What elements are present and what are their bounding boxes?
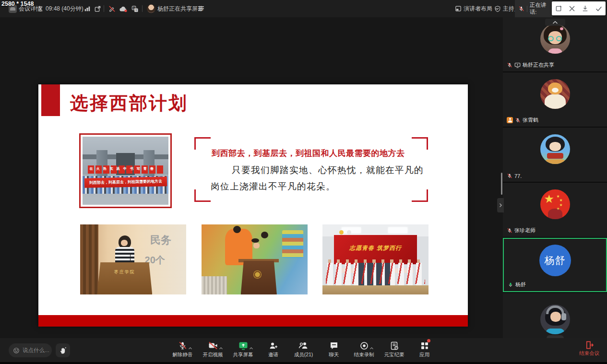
chat-button[interactable]: 聊天 (323, 340, 345, 358)
mic-muted-icon (178, 341, 187, 350)
invite-button[interactable]: 邀请 (262, 340, 285, 358)
avatar (540, 305, 570, 334)
quick-chat-input[interactable]: 说点什么... (9, 343, 52, 357)
speaker-figure (121, 240, 128, 246)
toolbar-buttons: 解除静音 开启视频 共享屏幕 邀请 (172, 340, 436, 358)
edit-capture-icon[interactable] (555, 5, 562, 12)
close-capture-icon[interactable] (569, 5, 575, 12)
sidebar-scrollbar[interactable] (501, 173, 502, 195)
participant-tile-active-speaker[interactable]: 杨舒 杨舒 (503, 238, 607, 292)
ceiling-light (388, 227, 407, 233)
quote-body-line2: 岗位上浇灌出不平凡的花朵。 (211, 180, 335, 192)
stop-recording-button[interactable]: 结束录制 (353, 340, 375, 358)
screen-share-view: 选择西部计划 在火热实践中书写青春故事 到西部去，到基层去，到祖国需要的地方去 (0, 17, 503, 338)
share-screen-button[interactable]: 共享屏幕 (232, 340, 254, 358)
sharing-indicator-icon (514, 62, 521, 68)
mic-options-chevron[interactable] (188, 343, 192, 352)
mic-muted-icon (507, 228, 512, 234)
start-video-button[interactable]: 开启视频 (202, 340, 224, 358)
screen-logo (339, 230, 344, 235)
video-options-chevron[interactable] (219, 343, 223, 352)
svg-text:A: A (133, 6, 135, 9)
quote-block: 到西部去，到基层去，到祖国和人民最需要的地方去 只要我们脚踏实地、心怀热忱，就能… (194, 137, 428, 202)
timer-text: 09:48 (40分钟) (46, 5, 83, 13)
quote-corner (194, 189, 211, 202)
group-photo: 在火热实践中书写青春故事 到西部去，到基层去，到祖国需要的地方去 (79, 133, 172, 208)
participant-name: 张珍老师 (514, 227, 536, 234)
layout-label: 演讲者布局 (464, 5, 492, 13)
list-icon (198, 6, 204, 12)
participant-tile[interactable]: 张霄鹤 (503, 72, 607, 127)
end-meeting-button[interactable]: 结束会议 (579, 341, 599, 357)
avatar: ★ ★ ★ ★ ★ (540, 189, 570, 219)
curtain (80, 224, 98, 294)
avatar (540, 79, 570, 109)
share-options-chevron[interactable] (249, 343, 253, 352)
quote-headline: 到西部去，到基层去，到祖国和人民最需要的地方去 (212, 148, 405, 159)
ai-notes-button[interactable]: 元宝纪要 (383, 340, 405, 358)
photo-speech: 民务 20个 枣庄学院 (80, 224, 186, 294)
participant-tile[interactable]: 杨舒正在共享 (503, 17, 607, 71)
avatar-initials: 杨舒 (545, 254, 566, 267)
notes-icon (390, 341, 399, 350)
translation-icon: AT (131, 5, 139, 12)
hourglass-icon (37, 6, 44, 12)
confirm-capture-icon[interactable] (595, 5, 603, 12)
resolution-overlay: 2580 * 1548 (1, 0, 34, 7)
divider (104, 5, 104, 12)
chevron-up-icon (552, 21, 558, 24)
group-photo-scene: 在火热实践中书写青春故事 到西部去，到基层去，到祖国需要的地方去 (83, 137, 168, 205)
share-list-button[interactable] (198, 0, 204, 17)
shield-check-icon (494, 5, 501, 12)
layout-icon (455, 5, 462, 12)
download-capture-icon[interactable] (582, 5, 589, 12)
annotation-disabled-button[interactable] (108, 0, 116, 17)
meeting-timer[interactable]: 09:48 (40分钟) (37, 0, 89, 17)
chat-placeholder: 说点什么... (23, 347, 49, 354)
meeting-window: 会议详情 09:48 (40分钟) AT 杨舒正在共享屏幕 (0, 0, 607, 364)
quote-corner (412, 137, 428, 150)
participant-tile[interactable]: ★ ★ ★ ★ ★ 张珍老师 (503, 183, 607, 237)
pen-disabled-icon (108, 5, 116, 12)
smiley-icon (13, 347, 20, 354)
popout-icon (94, 5, 101, 12)
photo-ceremony: 志愿青春 筑梦西行 (322, 224, 428, 294)
podium (97, 262, 152, 294)
screenshot-toolbar (552, 1, 606, 15)
quote-body-line1: 只要我们脚踏实地、心怀热忱，就能在平凡的 (232, 164, 424, 176)
mic-muted-icon (507, 62, 512, 68)
unmute-button[interactable]: 解除静音 (172, 340, 194, 358)
child-figure (251, 238, 259, 243)
participant-tile[interactable]: 77. (503, 128, 607, 182)
popout-button[interactable] (94, 0, 101, 17)
avatar: 杨舒 (539, 245, 571, 276)
caption-translate-button[interactable]: AT (131, 0, 139, 17)
network-quality-button[interactable] (84, 0, 91, 17)
sharer-status[interactable]: 杨舒正在共享屏幕 (147, 0, 203, 17)
members-button[interactable]: 成员(21) (293, 340, 315, 358)
avatar (540, 24, 570, 54)
camera-muted-icon (208, 341, 218, 350)
quote-corner (194, 137, 211, 150)
slide-footer-bar (38, 315, 468, 327)
layout-button[interactable]: 演讲者布局 (455, 0, 498, 17)
screen-logo (347, 230, 351, 235)
cloud-recording-button[interactable] (119, 0, 128, 17)
raise-hand-button[interactable] (56, 343, 70, 357)
top-bar: 会议详情 09:48 (40分钟) AT 杨舒正在共享屏幕 (0, 0, 607, 17)
share-screen-icon (238, 341, 248, 350)
record-options-chevron[interactable] (369, 343, 374, 352)
sharer-avatar (147, 4, 155, 13)
mic-active-icon (508, 282, 513, 288)
sidebar-collapse-up-button[interactable] (545, 19, 565, 26)
apps-button[interactable]: 应用 (414, 340, 436, 358)
members-icon (298, 341, 309, 350)
avatar (540, 134, 570, 164)
mic-muted-icon (507, 173, 512, 179)
divider (142, 5, 143, 12)
sidebar-collapse-handle[interactable] (497, 198, 504, 212)
stage-floor (322, 285, 428, 294)
chevron-right-icon (499, 203, 502, 208)
slide-title: 选择西部计划 (70, 91, 188, 116)
bookshelf (282, 230, 303, 258)
